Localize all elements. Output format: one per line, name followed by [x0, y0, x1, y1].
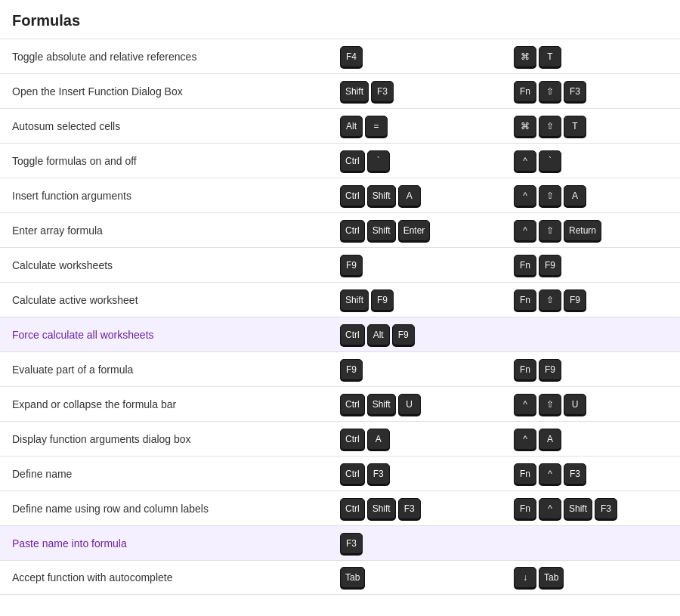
key-badge: F3 — [367, 463, 390, 484]
key-badge: F9 — [340, 359, 363, 380]
shortcut-row: Insert function argumentsCtrlShiftA^⇧A — [0, 178, 680, 212]
key-badge: F9 — [371, 289, 394, 311]
key-badge: Ctrl — [340, 498, 365, 519]
win-keys: CtrlF3 — [332, 459, 506, 489]
key-badge: A — [398, 185, 421, 206]
shortcut-name: Expand or collapse the formula bar — [0, 391, 332, 418]
key-badge: Shift — [367, 185, 396, 206]
key-badge: Shift — [340, 289, 369, 311]
key-badge: Alt — [340, 116, 363, 137]
key-badge: ⇧ — [539, 220, 561, 241]
key-badge: Shift — [367, 220, 396, 241]
shortcut-row: Toggle formulas on and offCtrl`^` — [0, 143, 680, 178]
shortcut-row: Autosum selected cellsAlt=⌘⇧T — [0, 108, 680, 143]
key-badge: A — [539, 429, 561, 450]
mac-keys: ^A — [506, 424, 680, 454]
shortcut-name: Insert function arguments — [0, 182, 332, 209]
win-keys: CtrlShiftEnter — [332, 215, 506, 246]
shortcut-row: Paste name into formulaF3 — [0, 525, 680, 560]
key-badge: ^ — [539, 463, 561, 484]
mac-keys: ^` — [506, 146, 680, 176]
win-keys: Alt= — [332, 111, 506, 141]
shortcut-row: Calculate worksheetsF9FnF9 — [0, 247, 680, 282]
key-badge: F9 — [340, 255, 363, 276]
key-badge: Fn — [514, 255, 536, 276]
win-keys: CtrlAltF9 — [332, 320, 506, 350]
mac-keys: ↓Tab — [506, 562, 680, 593]
key-badge: F3 — [564, 81, 586, 102]
mac-keys: ⌘⇧T — [506, 111, 680, 141]
key-badge: ^ — [539, 498, 561, 519]
page-title: Formulas — [0, 0, 680, 39]
key-badge: U — [564, 394, 586, 415]
key-badge: Ctrl — [340, 185, 365, 206]
key-badge: Return — [564, 220, 601, 241]
key-badge: Fn — [514, 498, 536, 519]
shortcut-name: Display function arguments dialog box — [0, 426, 332, 453]
key-badge: ^ — [514, 429, 536, 450]
shortcut-table: Toggle absolute and relative referencesF… — [0, 39, 680, 595]
win-keys: ShiftF9 — [332, 285, 506, 315]
shortcut-name: Autosum selected cells — [0, 113, 332, 140]
key-badge: = — [365, 116, 388, 137]
key-badge: F3 — [371, 81, 394, 102]
shortcut-name: Define name using row and column labels — [0, 495, 332, 522]
shortcut-row: Toggle absolute and relative referencesF… — [0, 39, 680, 73]
key-badge: Alt — [367, 324, 390, 345]
shortcut-name: Paste name into formula — [0, 530, 332, 557]
key-badge: Fn — [514, 359, 536, 380]
shortcut-row: Open the Insert Function Dialog BoxShift… — [0, 73, 680, 108]
win-keys: F4 — [332, 42, 506, 72]
mac-keys: ^⇧Return — [506, 215, 680, 246]
win-keys: ShiftF3 — [332, 76, 506, 107]
win-keys: F9 — [332, 250, 506, 280]
shortcut-name: Toggle formulas on and off — [0, 147, 332, 175]
win-keys: F9 — [332, 354, 506, 385]
key-badge: ⇧ — [539, 289, 561, 311]
key-badge: Fn — [514, 81, 536, 102]
key-badge: Shift — [340, 81, 369, 102]
win-keys: CtrlShiftF3 — [332, 494, 506, 524]
shortcut-name: Enter array formula — [0, 217, 332, 244]
key-badge: Tab — [539, 567, 564, 588]
key-badge: Ctrl — [340, 150, 365, 172]
shortcut-row: Expand or collapse the formula barCtrlSh… — [0, 386, 680, 421]
key-badge: F9 — [392, 324, 415, 345]
key-badge: F9 — [539, 255, 561, 276]
key-badge: F3 — [595, 498, 617, 519]
key-badge: ⌘ — [514, 46, 536, 67]
key-badge: Ctrl — [340, 220, 365, 241]
key-badge: ^ — [514, 185, 536, 206]
mac-keys: ^⇧A — [506, 181, 680, 211]
win-keys: Ctrl` — [332, 146, 506, 176]
mac-keys: ⌘T — [506, 42, 680, 72]
key-badge: Ctrl — [340, 394, 365, 415]
shortcut-name: Accept function with autocomplete — [0, 564, 332, 591]
mac-keys: Fn⇧F9 — [506, 285, 680, 315]
key-badge: Ctrl — [340, 429, 365, 450]
key-badge: Fn — [514, 463, 536, 484]
key-badge: ` — [367, 150, 390, 172]
key-badge: F3 — [398, 498, 421, 519]
key-badge: ⇧ — [539, 116, 561, 137]
key-badge: F3 — [564, 463, 586, 484]
key-badge: F9 — [564, 289, 586, 311]
mac-keys: FnF9 — [506, 250, 680, 280]
key-badge: Shift — [564, 498, 592, 519]
shortcut-name: Calculate worksheets — [0, 252, 332, 279]
key-badge: ⇧ — [539, 394, 561, 415]
shortcut-row: Calculate active worksheetShiftF9Fn⇧F9 — [0, 282, 680, 317]
mac-keys — [506, 539, 680, 548]
shortcut-name: Open the Insert Function Dialog Box — [0, 78, 332, 105]
key-badge: F4 — [340, 46, 363, 67]
key-badge: Enter — [398, 220, 431, 241]
key-badge: ⌘ — [514, 116, 536, 137]
key-badge: T — [539, 46, 561, 67]
key-badge: ⇧ — [539, 81, 561, 102]
key-badge: T — [564, 116, 586, 137]
key-badge: Ctrl — [340, 463, 365, 484]
shortcut-row: Evaluate part of a formulaF9FnF9 — [0, 351, 680, 386]
key-badge: Shift — [367, 394, 396, 415]
win-keys: F3 — [332, 528, 506, 559]
key-badge: ⇧ — [539, 185, 561, 206]
